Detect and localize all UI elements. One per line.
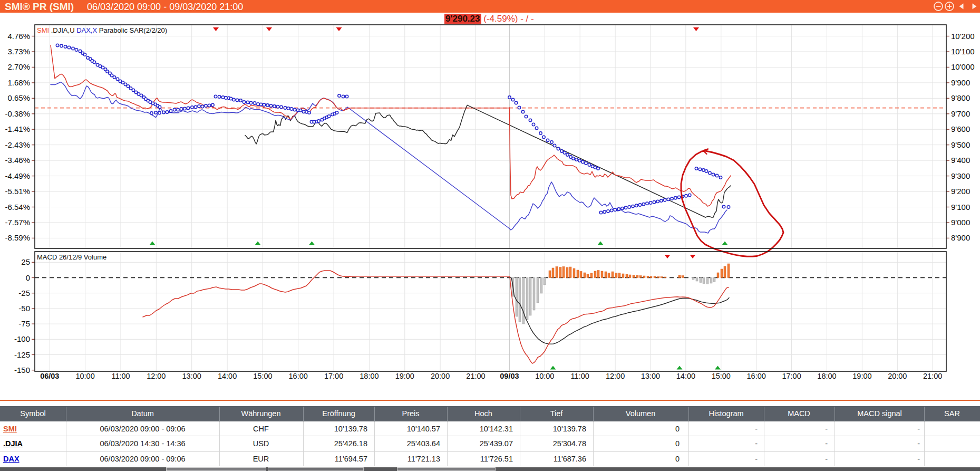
svg-text:17:00: 17:00 [324, 372, 343, 380]
svg-text:25: 25 [21, 257, 30, 266]
svg-text:9'400: 9'400 [951, 156, 970, 165]
svg-text:19:00: 19:00 [395, 372, 414, 380]
svg-text:-75: -75 [18, 319, 30, 328]
svg-text:-2.43%: -2.43% [5, 140, 30, 149]
svg-text:10'100: 10'100 [951, 47, 975, 56]
svg-text:15:00: 15:00 [712, 372, 731, 380]
svg-text:-7.57%: -7.57% [5, 218, 30, 227]
svg-text:9'900: 9'900 [951, 78, 970, 87]
svg-text:9'600: 9'600 [951, 124, 970, 133]
svg-text:18:00: 18:00 [817, 372, 836, 380]
svg-text:-150: -150 [14, 366, 30, 374]
svg-text:12:00: 12:00 [147, 372, 166, 380]
svg-text:06/03: 06/03 [40, 372, 59, 380]
svg-text:-1.41%: -1.41% [5, 124, 30, 133]
svg-text:4.76%: 4.76% [7, 32, 30, 41]
svg-text:-5.51%: -5.51% [5, 187, 30, 196]
svg-text:17:00: 17:00 [782, 372, 801, 380]
svg-text:14:00: 14:00 [218, 372, 237, 380]
svg-text:16:00: 16:00 [747, 372, 766, 380]
svg-text:-0.38%: -0.38% [5, 109, 30, 118]
svg-text:9'300: 9'300 [951, 171, 970, 180]
svg-text:10:00: 10:00 [535, 372, 554, 380]
svg-text:SMI .DJIA,U DAX,X Parabolic SA: SMI .DJIA,U DAX,X Parabolic SAR(2/2/20) [37, 26, 167, 34]
svg-text:09/03: 09/03 [500, 372, 519, 380]
svg-text:15:00: 15:00 [253, 372, 272, 380]
svg-text:1.68%: 1.68% [7, 78, 30, 87]
svg-text:21:00: 21:00 [923, 372, 942, 380]
svg-text:9'500: 9'500 [951, 140, 970, 149]
svg-text:-100: -100 [14, 334, 30, 343]
svg-text:9'100: 9'100 [951, 203, 970, 212]
svg-text:10'200: 10'200 [951, 32, 975, 41]
svg-text:13:00: 13:00 [641, 372, 660, 380]
svg-text:13:00: 13:00 [182, 372, 201, 380]
svg-text:-6.54%: -6.54% [5, 203, 30, 212]
svg-text:-3.46%: -3.46% [5, 156, 30, 165]
svg-text:18:00: 18:00 [360, 372, 379, 380]
svg-text:20:00: 20:00 [431, 372, 450, 380]
svg-text:-8.59%: -8.59% [5, 233, 30, 242]
svg-text:0: 0 [26, 273, 30, 282]
svg-text:9'800: 9'800 [951, 93, 970, 102]
svg-text:11:00: 11:00 [571, 372, 589, 380]
svg-text:10:00: 10:00 [75, 372, 94, 380]
svg-text:-125: -125 [14, 350, 30, 359]
svg-text:8'900: 8'900 [951, 233, 970, 242]
svg-text:20:00: 20:00 [888, 372, 907, 380]
svg-text:0.65%: 0.65% [7, 93, 30, 102]
svg-text:21:00: 21:00 [466, 372, 485, 380]
svg-text:2.70%: 2.70% [7, 62, 30, 71]
svg-text:MACD 26/12/9 Volume: MACD 26/12/9 Volume [37, 253, 106, 261]
svg-text:-50: -50 [18, 304, 30, 313]
svg-text:-25: -25 [18, 289, 30, 297]
svg-text:14:00: 14:00 [676, 372, 695, 380]
svg-text:3.73%: 3.73% [7, 47, 30, 56]
svg-text:9'700: 9'700 [951, 109, 970, 118]
svg-text:-4.49%: -4.49% [5, 171, 30, 180]
svg-text:19:00: 19:00 [852, 372, 871, 380]
svg-text:9'200: 9'200 [951, 187, 970, 196]
svg-text:11:00: 11:00 [111, 372, 130, 380]
svg-text:9'000: 9'000 [951, 218, 970, 227]
svg-text:10'000: 10'000 [951, 62, 975, 71]
svg-text:12:00: 12:00 [606, 372, 625, 380]
svg-text:16:00: 16:00 [289, 372, 308, 380]
